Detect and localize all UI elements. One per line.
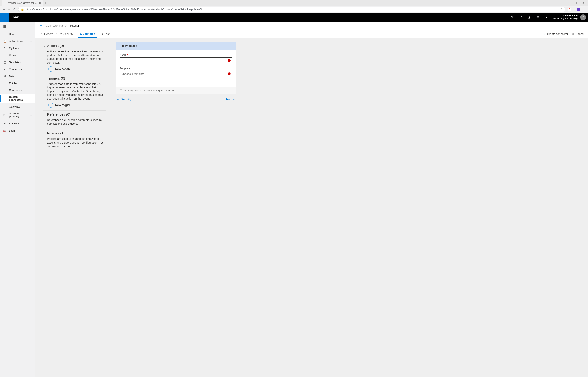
connector-icon: ⚭ (3, 68, 6, 71)
close-icon[interactable]: × (39, 1, 41, 4)
bell-icon[interactable] (516, 13, 525, 22)
cancel-button[interactable]: ✕ Cancel (572, 32, 584, 35)
forward-icon[interactable]: → (8, 8, 11, 11)
lock-icon: 🔒 (21, 8, 24, 11)
menu-icon[interactable]: ⋮ (583, 7, 586, 11)
step-general[interactable]: 1. General (39, 30, 56, 38)
tab-favicon: ⚡ (3, 1, 6, 4)
download-icon[interactable] (525, 13, 533, 22)
solutions-icon: ▣ (3, 122, 6, 125)
sidebar-item-label: Action items (9, 40, 23, 43)
section-header-triggers[interactable]: ⌄ Triggers (0) (43, 76, 106, 81)
chevron-right-icon: 〉 (75, 32, 78, 35)
sidebar-item-templates[interactable]: ▦ Templates (0, 59, 35, 66)
sidebar-item-gateways[interactable]: Gateways (0, 103, 35, 110)
profile-icon[interactable]: d (577, 8, 580, 11)
home-icon: ⌂ (3, 32, 6, 35)
sidebar-item-learn[interactable]: 📖 Learn (0, 127, 35, 134)
template-select[interactable] (120, 71, 232, 77)
step-test[interactable]: 4. Test (100, 30, 112, 38)
sidebar: ☰ ⌂ Home 📋 Action items ⌄ ∿ My flows + C… (0, 22, 35, 377)
sidebar-item-entities[interactable]: Entities (0, 80, 35, 87)
sidebar-item-solutions[interactable]: ▣ Solutions (0, 120, 35, 127)
connector-header: ← Connector Name Tutorial (35, 22, 588, 30)
sidebar-item-label: My flows (9, 47, 19, 50)
minimize-icon[interactable]: — (567, 1, 570, 4)
emoji-icon[interactable]: ☺ (508, 13, 516, 22)
prev-step-link[interactable]: ← Security (117, 98, 131, 101)
new-tab-button[interactable]: + (45, 1, 47, 5)
panel-title: Policy details (116, 42, 236, 50)
chevron-down-icon: ⌄ (30, 40, 32, 42)
sidebar-item-label: Create (9, 54, 17, 57)
book-icon: 📖 (3, 129, 6, 132)
sidebar-item-custom-connectors[interactable]: Custom connectors (0, 94, 35, 103)
step-bar: 1. General 〉 2. Security 〉 3. Definition… (35, 30, 588, 38)
new-trigger-button[interactable]: + New trigger (43, 101, 106, 108)
plus-circle-icon: + (48, 103, 53, 108)
sidebar-item-label: Gateways (9, 105, 20, 108)
sidebar-item-ai-builder[interactable]: ⚛ AI Builder (preview) ⌄ (0, 110, 35, 120)
data-icon: 🗄 (3, 75, 6, 78)
footer-nav: ← Security Test → (116, 94, 236, 105)
name-input[interactable] (120, 58, 232, 63)
address-bar: ← → ⟳ 🔒 https://preview.flow.microsoft.c… (0, 6, 588, 13)
check-icon: ✓ (543, 32, 546, 35)
star-icon[interactable]: ☆ (560, 8, 563, 11)
next-step-link[interactable]: Test → (226, 98, 235, 101)
app-launcher-icon[interactable]: ⠿ (0, 13, 9, 22)
section-triggers: ⌄ Triggers (0) Triggers read data in fro… (43, 74, 106, 111)
app-name: Flow (9, 15, 18, 19)
extension-icon[interactable]: O (568, 8, 571, 11)
maximize-icon[interactable]: □ (575, 1, 577, 4)
sidebar-item-label: Custom connectors (9, 95, 32, 101)
section-header-policies[interactable]: ⌄ Policies (1) (43, 131, 106, 135)
sidebar-item-label: AI Builder (preview) (8, 112, 27, 118)
sidebar-item-home[interactable]: ⌂ Home (0, 30, 35, 37)
chevron-down-icon: ⌄ (43, 45, 46, 48)
user-menu[interactable]: Denzel Pfeifer Microsoft (new default) ( (551, 13, 588, 22)
sidebar-item-label: Connectors (9, 68, 22, 71)
error-icon: ! (228, 72, 231, 75)
help-icon[interactable]: ? (542, 13, 551, 22)
connector-name-value: Tutorial (70, 24, 79, 27)
sidebar-item-connections[interactable]: Connections (0, 87, 35, 94)
step-security[interactable]: 2. Security (58, 30, 75, 38)
section-desc: References are reusable parameters used … (43, 117, 106, 127)
sidebar-item-data[interactable]: 🗄 Data ⌃ (0, 73, 35, 80)
section-desc: Triggers read data in from your connecto… (43, 81, 106, 101)
reload-icon[interactable]: ⟳ (13, 7, 16, 11)
section-header-actions[interactable]: ⌄ Actions (0) (43, 44, 106, 48)
tenant-name: Microsoft (new default) ( (553, 17, 578, 20)
browser-tab[interactable]: ⚡ Manage your custom connectors × (1, 0, 43, 6)
close-window-icon[interactable]: ✕ (582, 1, 585, 4)
sidebar-item-connectors[interactable]: ⚭ Connectors (0, 66, 35, 73)
flow-icon: ∿ (3, 47, 6, 50)
hint-bar: i Start by adding an action or trigger o… (116, 87, 236, 94)
section-desc: Policies are used to change the behavior… (43, 135, 106, 149)
chevron-down-icon: ⌄ (30, 114, 32, 117)
sidebar-item-create[interactable]: + Create (0, 52, 35, 59)
error-icon: ! (228, 59, 231, 62)
new-action-button[interactable]: + New action (43, 65, 106, 71)
info-icon: i (120, 89, 122, 92)
section-header-references[interactable]: ⌄ References (0) (43, 113, 106, 117)
svg-point-1 (583, 16, 584, 17)
sidebar-item-label: Learn (9, 129, 15, 132)
sidebar-item-label: Solutions (9, 122, 19, 125)
section-desc: Actions determine the operations that us… (43, 48, 106, 65)
sidebar-item-my-flows[interactable]: ∿ My flows (0, 45, 35, 52)
hamburger-icon[interactable]: ☰ (0, 23, 35, 30)
chevron-down-icon: ⌄ (43, 132, 46, 135)
step-definition[interactable]: 3. Definition (78, 30, 97, 38)
sidebar-item-label: Entities (9, 82, 17, 85)
sidebar-item-action-items[interactable]: 📋 Action items ⌄ (0, 37, 35, 45)
hint-text: Start by adding an action or trigger on … (124, 89, 176, 92)
back-arrow-icon[interactable]: ← (39, 24, 43, 28)
back-icon[interactable]: ← (2, 8, 5, 11)
connector-name-label: Connector Name (46, 24, 67, 27)
svg-point-0 (538, 17, 538, 18)
gear-icon[interactable] (533, 13, 542, 22)
create-connector-button[interactable]: ✓ Create connector (543, 32, 568, 35)
url-box[interactable]: 🔒 https://preview.flow.microsoft.com/man… (18, 7, 565, 12)
